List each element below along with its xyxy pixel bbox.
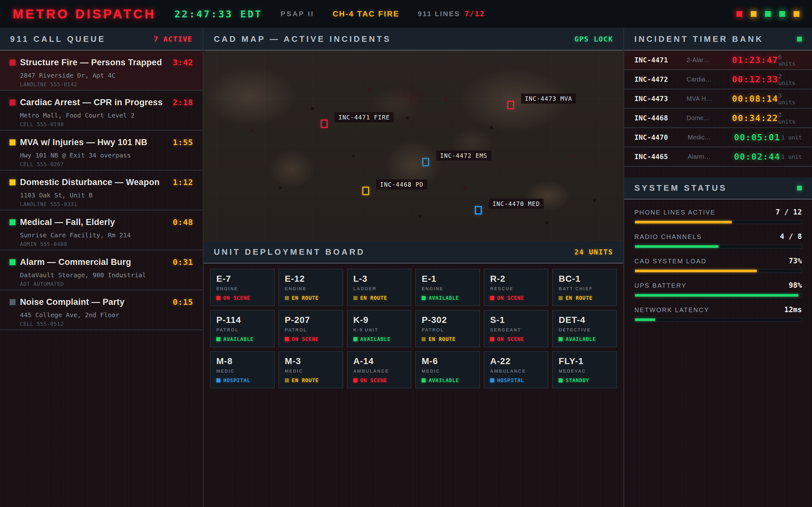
unit-type: PATROL xyxy=(216,327,268,332)
metric-bar-fill xyxy=(635,270,757,272)
incident-timer-row[interactable]: INC-4471 2-Alar… 01:23:47 6 units xyxy=(624,51,812,70)
unit-card[interactable]: M-8 MEDIC HOSPITAL xyxy=(210,351,275,389)
incident-marker[interactable]: INC-4468 PD xyxy=(362,187,369,195)
incident-timer: 00:05:01 xyxy=(734,132,781,142)
unit-card[interactable]: A-14 AMBULANCE ON SCENE xyxy=(347,351,412,389)
unit-card[interactable]: P-302 PATROL EN ROUTE xyxy=(415,310,480,347)
cad-map[interactable]: INC-4471 FIRE INC-4473 MVA INC-4472 EMS xyxy=(204,51,623,241)
unit-status-icon xyxy=(285,337,289,341)
unit-status-label: EN ROUTE xyxy=(292,295,319,301)
call-title: Structure Fire — Persons Trapped xyxy=(20,58,162,67)
unit-name: P-114 xyxy=(216,315,268,325)
incident-timer-row[interactable]: INC-4470 Medic… 00:05:01 1 unit xyxy=(624,128,812,147)
call-source: ADMIN 555-0400 xyxy=(20,241,193,247)
unit-status-label: AVAILABLE xyxy=(360,336,391,342)
unit-status-icon xyxy=(421,337,426,341)
call-title: Alarm — Commercial Burg xyxy=(20,257,131,267)
unit-card[interactable]: P-114 PATROL AVAILABLE xyxy=(210,310,275,347)
unit-name: E-7 xyxy=(216,274,268,284)
call-source: ADT AUTOMATED xyxy=(20,281,193,287)
metric-value: 73% xyxy=(789,257,802,265)
unit-type: BATT CHIEF xyxy=(559,286,611,291)
incident-timer: 00:08:14 xyxy=(732,94,778,104)
unit-name: P-207 xyxy=(285,315,337,325)
unit-card[interactable]: L-3 LADDER EN ROUTE xyxy=(347,269,412,306)
incident-marker-icon xyxy=(321,119,328,128)
unit-status-label: EN ROUTE xyxy=(428,336,455,342)
unit-status: EN ROUTE xyxy=(421,336,473,342)
unit-name: A-22 xyxy=(490,356,542,366)
unit-card[interactable]: A-22 AMBULANCE HOSPITAL xyxy=(484,351,548,389)
call-queue-item[interactable]: Alarm — Commercial Burg 0:31 DataVault S… xyxy=(0,250,203,290)
metric-value: 4 / 8 xyxy=(780,232,802,240)
incident-marker[interactable]: INC-4473 MVA xyxy=(507,101,514,109)
call-address: 445 College Ave, 2nd Floor xyxy=(20,311,193,319)
psap-label: PSAP II xyxy=(281,10,314,18)
unit-card[interactable]: FLY-1 MEDEVAC STANDBY xyxy=(552,351,617,389)
unit-card[interactable]: R-2 RESCUE ON SCENE xyxy=(484,269,548,306)
incident-timer-row[interactable]: INC-4465 Alarm… 00:02:44 1 unit xyxy=(624,147,812,167)
unit-card[interactable]: E-1 ENGINE AVAILABLE xyxy=(415,269,480,306)
metric-label: CAD SYSTEM LOAD xyxy=(635,258,707,265)
call-title: Domestic Disturbance — Weapon xyxy=(20,177,159,187)
unit-card[interactable]: P-207 PATROL ON SCENE xyxy=(278,310,343,347)
incident-id: INC-4473 xyxy=(635,95,687,103)
unit-status: STANDBY xyxy=(559,377,611,383)
metric-bar-track xyxy=(635,293,802,297)
system-status-header: SYSTEM STATUS xyxy=(624,177,812,200)
call-severity-icon xyxy=(9,100,15,106)
unit-card[interactable]: E-12 ENGINE EN ROUTE xyxy=(278,269,343,306)
incident-timer-row[interactable]: INC-4473 MVA H… 00:08:14 3 units xyxy=(624,89,812,109)
unit-card[interactable]: K-9 K-9 UNIT AVAILABLE xyxy=(347,310,412,347)
unit-card[interactable]: S-1 SERGEANT ON SCENE xyxy=(484,310,548,347)
unit-card[interactable]: M-3 MEDIC EN ROUTE xyxy=(278,351,343,389)
call-queue-title: 911 CALL QUEUE xyxy=(10,34,106,44)
call-queue-item[interactable]: Medical — Fall, Elderly 0:48 Sunrise Car… xyxy=(0,210,203,250)
unit-status: HOSPITAL xyxy=(490,377,542,383)
call-source: CELL 555-0267 xyxy=(20,161,193,167)
unit-status-label: AVAILABLE xyxy=(428,295,459,301)
incident-desc: Cardia… xyxy=(687,76,732,83)
call-queue-item[interactable]: Domestic Disturbance — Weapon 1:12 1103 … xyxy=(0,170,203,210)
tac-channel[interactable]: CH-4 TAC FIRE xyxy=(333,9,400,18)
call-timer: 0:15 xyxy=(173,297,193,307)
status-led-icon xyxy=(751,11,757,17)
unit-card[interactable]: DET-4 DETECTIVE AVAILABLE xyxy=(552,310,617,347)
metric-label: UPS BATTERY xyxy=(635,282,687,289)
unit-status: ON SCENE xyxy=(216,295,268,301)
unit-type: ENGINE xyxy=(285,286,337,291)
unit-name: M-3 xyxy=(285,356,337,366)
call-queue-item[interactable]: Structure Fire — Persons Trapped 3:42 28… xyxy=(0,51,203,91)
system-metric: UPS BATTERY 98% xyxy=(624,273,812,297)
unit-status-label: ON SCENE xyxy=(292,336,319,342)
incident-timer-row[interactable]: INC-4472 Cardia… 00:12:33 2 units xyxy=(624,70,812,89)
call-title: Cardiac Arrest — CPR in Progress xyxy=(20,98,163,107)
incident-marker[interactable]: INC-4471 FIRE xyxy=(321,119,328,128)
unit-status-label: HOSPITAL xyxy=(223,377,250,383)
incident-desc: Alarm… xyxy=(688,153,734,160)
unit-status-icon xyxy=(559,337,563,341)
incident-units: 3 units xyxy=(778,92,802,106)
system-metric: CAD SYSTEM LOAD 73% xyxy=(624,248,812,273)
metric-bar-fill xyxy=(635,319,655,321)
unit-card[interactable]: M-6 MEDIC AVAILABLE xyxy=(415,351,480,389)
call-timer: 1:12 xyxy=(173,178,193,187)
unit-status: ON SCENE xyxy=(353,377,405,383)
call-timer: 1:55 xyxy=(173,138,193,147)
unit-status-icon xyxy=(353,337,357,341)
unit-card[interactable]: BC-1 BATT CHIEF EN ROUTE xyxy=(552,269,617,306)
incident-marker[interactable]: INC-4470 MED xyxy=(475,206,482,215)
incident-marker[interactable]: INC-4472 EMS xyxy=(422,158,429,166)
unit-status: AVAILABLE xyxy=(421,295,473,301)
gps-lock-badge: GPS LOCK xyxy=(574,35,613,43)
call-queue-item[interactable]: MVA w/ Injuries — Hwy 101 NB 1:55 Hwy 10… xyxy=(0,130,203,170)
system-metric: RADIO CHANNELS 4 / 8 xyxy=(624,224,812,248)
unit-status: EN ROUTE xyxy=(285,377,337,383)
call-queue-item[interactable]: Cardiac Arrest — CPR in Progress 2:18 Me… xyxy=(0,91,203,130)
incident-timer-row[interactable]: INC-4468 Dome… 00:34:22 2 units xyxy=(624,109,812,128)
call-source: LANDLINE 555-0142 xyxy=(20,81,193,88)
unit-card[interactable]: E-7 ENGINE ON SCENE xyxy=(210,269,275,306)
unit-status: EN ROUTE xyxy=(559,295,611,301)
call-queue-item[interactable]: Noise Complaint — Party 0:15 445 College… xyxy=(0,290,203,330)
active-calls-badge: 7 ACTIVE xyxy=(154,35,193,43)
